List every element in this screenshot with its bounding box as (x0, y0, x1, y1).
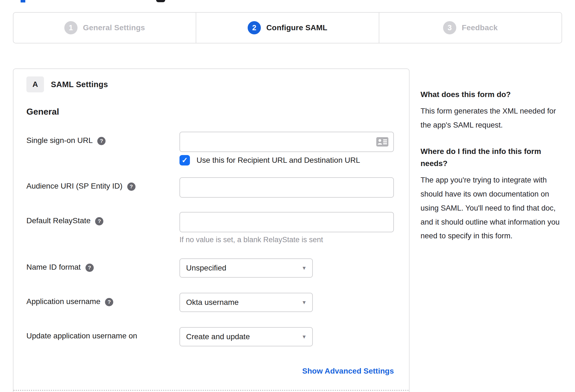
application-username-select[interactable]: Okta username ▾ (179, 293, 313, 312)
default-relaystate-label: Default RelayState (26, 216, 90, 225)
panel-header: A SAML Settings (26, 76, 396, 92)
step-2-circle: 2 (248, 21, 261, 34)
relaystate-hint: If no value is set, a blank RelayState i… (179, 236, 394, 244)
recipient-url-checkbox[interactable]: ✓ (179, 155, 190, 165)
sidebar-heading: What does this form do? (421, 89, 563, 100)
field-single-sign-on-url: Single sign-on URL ? (26, 132, 396, 166)
help-icon[interactable]: ? (97, 137, 106, 145)
wizard-stepper: 1 General Settings 2 Configure SAML 3 Fe… (13, 12, 562, 43)
name-id-format-value: Unspecified (186, 264, 226, 272)
sidebar-section-what: What does this form do? This form genera… (421, 89, 563, 132)
audience-uri-input[interactable] (179, 177, 394, 198)
contact-card-icon (376, 137, 388, 147)
step-3-circle: 3 (443, 21, 456, 34)
single-sign-on-url-label: Single sign-on URL (26, 136, 93, 145)
panel-title: SAML Settings (51, 80, 108, 89)
section-dashed-divider (13, 390, 409, 391)
application-username-value: Okta username (186, 298, 239, 307)
field-name-id-format: Name ID format ? Unspecified ▾ (26, 258, 396, 278)
update-application-username-select[interactable]: Create and update ▾ (179, 327, 313, 346)
step-configure-saml[interactable]: 2 Configure SAML (196, 13, 378, 43)
step-3-label: Feedback (462, 23, 498, 32)
help-icon[interactable]: ? (95, 217, 103, 225)
field-default-relaystate: Default RelayState ? If no value is set,… (26, 212, 396, 244)
cutoff-blue-accent (21, 0, 25, 2)
sidebar-section-where: Where do I find the info this form needs… (421, 145, 563, 243)
step-general-settings[interactable]: 1 General Settings (13, 13, 196, 43)
section-a-badge: A (26, 76, 44, 92)
field-audience-uri: Audience URI (SP Entity ID) ? (26, 177, 396, 198)
show-advanced-settings-link[interactable]: Show Advanced Settings (302, 367, 394, 375)
chevron-down-icon: ▾ (303, 265, 306, 271)
audience-uri-label: Audience URI (SP Entity ID) (26, 182, 123, 191)
step-1-circle: 1 (64, 21, 78, 34)
recipient-url-checkbox-label: Use this for Recipient URL and Destinati… (197, 156, 360, 165)
help-icon[interactable]: ? (85, 264, 94, 272)
step-2-label: Configure SAML (266, 23, 327, 32)
sidebar-body: This form generates the XML needed for t… (421, 104, 563, 132)
saml-settings-panel: A SAML Settings General Single sign-on U… (13, 68, 410, 392)
sidebar-body: The app you're trying to integrate with … (421, 173, 563, 243)
cutoff-app-logo-icon (156, 0, 165, 2)
application-username-label: Application username (26, 297, 100, 306)
default-relaystate-input[interactable] (179, 212, 394, 232)
help-sidebar: What does this form do? This form genera… (421, 89, 563, 243)
step-1-label: General Settings (83, 23, 145, 32)
general-section-heading: General (26, 107, 396, 117)
update-application-username-value: Create and update (186, 332, 250, 341)
name-id-format-select[interactable]: Unspecified ▾ (179, 258, 313, 278)
sidebar-heading: Where do I find the info this form needs… (421, 145, 563, 169)
update-application-username-label: Update application username on (26, 332, 137, 340)
name-id-format-label: Name ID format (26, 263, 81, 272)
field-update-application-username: Update application username on Create an… (26, 327, 396, 346)
step-feedback[interactable]: 3 Feedback (379, 13, 562, 43)
single-sign-on-url-input[interactable] (179, 132, 394, 152)
field-application-username: Application username ? Okta username ▾ (26, 293, 396, 312)
help-icon[interactable]: ? (105, 298, 113, 306)
help-icon[interactable]: ? (127, 183, 136, 191)
chevron-down-icon: ▾ (303, 299, 306, 305)
chevron-down-icon: ▾ (303, 334, 306, 340)
